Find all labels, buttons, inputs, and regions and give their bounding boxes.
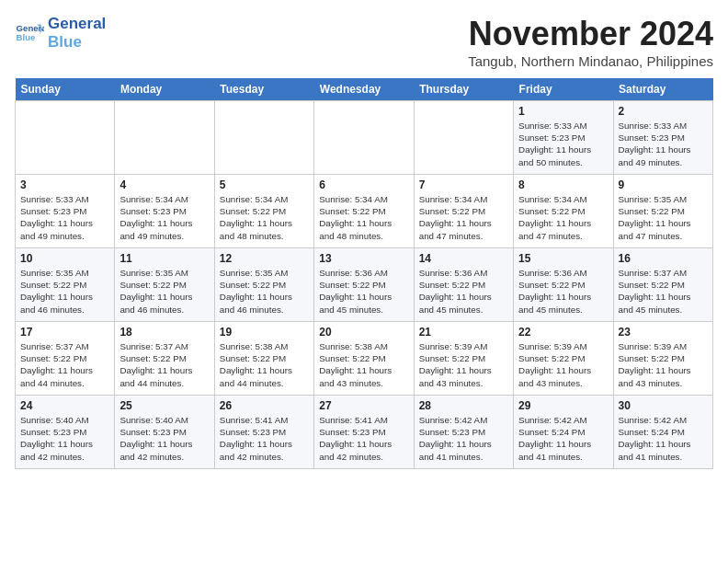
calendar-cell (214, 101, 313, 175)
cell-text: Sunrise: 5:39 AM Sunset: 5:22 PM Dayligh… (619, 340, 708, 389)
calendar-cell: 18Sunrise: 5:37 AM Sunset: 5:22 PM Dayli… (115, 322, 214, 396)
calendar-cell (414, 101, 513, 175)
cell-text: Sunrise: 5:42 AM Sunset: 5:24 PM Dayligh… (518, 414, 608, 463)
logo: General Blue General Blue (15, 15, 106, 51)
day-number: 8 (518, 178, 608, 191)
day-number: 4 (119, 178, 209, 191)
calendar-body: 1Sunrise: 5:33 AM Sunset: 5:23 PM Daylig… (16, 101, 713, 469)
calendar-cell: 5Sunrise: 5:34 AM Sunset: 5:22 PM Daylig… (214, 175, 313, 248)
calendar-cell (115, 101, 214, 175)
day-number: 16 (619, 252, 708, 265)
calendar-cell: 24Sunrise: 5:40 AM Sunset: 5:23 PM Dayli… (16, 396, 115, 469)
day-number: 20 (319, 326, 408, 339)
header-cell-friday: Friday (514, 78, 613, 101)
calendar-cell: 20Sunrise: 5:38 AM Sunset: 5:22 PM Dayli… (314, 322, 414, 396)
cell-text: Sunrise: 5:33 AM Sunset: 5:23 PM Dayligh… (20, 193, 109, 242)
svg-text:Blue: Blue (17, 32, 36, 42)
logo-line1: General (48, 15, 106, 32)
day-number: 14 (419, 252, 508, 265)
cell-text: Sunrise: 5:41 AM Sunset: 5:23 PM Dayligh… (319, 414, 408, 463)
cell-text: Sunrise: 5:35 AM Sunset: 5:22 PM Dayligh… (119, 267, 209, 316)
cell-text: Sunrise: 5:34 AM Sunset: 5:22 PM Dayligh… (419, 193, 508, 242)
header: General Blue General Blue November 2024 … (15, 15, 713, 69)
cell-text: Sunrise: 5:34 AM Sunset: 5:23 PM Dayligh… (119, 193, 209, 242)
header-cell-monday: Monday (115, 78, 214, 101)
calendar-cell: 16Sunrise: 5:37 AM Sunset: 5:22 PM Dayli… (613, 248, 712, 322)
calendar-cell: 10Sunrise: 5:35 AM Sunset: 5:22 PM Dayli… (16, 248, 115, 322)
header-row: SundayMondayTuesdayWednesdayThursdayFrid… (16, 78, 713, 101)
day-number: 29 (518, 399, 608, 412)
cell-text: Sunrise: 5:40 AM Sunset: 5:23 PM Dayligh… (20, 414, 109, 463)
day-number: 5 (220, 178, 309, 191)
day-number: 12 (220, 252, 309, 265)
calendar-cell: 12Sunrise: 5:35 AM Sunset: 5:22 PM Dayli… (214, 248, 313, 322)
calendar-cell: 29Sunrise: 5:42 AM Sunset: 5:24 PM Dayli… (514, 396, 613, 469)
cell-text: Sunrise: 5:42 AM Sunset: 5:23 PM Dayligh… (419, 414, 508, 463)
calendar-cell: 30Sunrise: 5:42 AM Sunset: 5:24 PM Dayli… (613, 396, 712, 469)
calendar-header: SundayMondayTuesdayWednesdayThursdayFrid… (16, 78, 713, 101)
day-number: 1 (518, 105, 608, 118)
header-cell-saturday: Saturday (613, 78, 712, 101)
cell-text: Sunrise: 5:36 AM Sunset: 5:22 PM Dayligh… (518, 267, 608, 316)
calendar-cell: 13Sunrise: 5:36 AM Sunset: 5:22 PM Dayli… (314, 248, 414, 322)
day-number: 3 (20, 178, 109, 191)
cell-text: Sunrise: 5:37 AM Sunset: 5:22 PM Dayligh… (119, 340, 209, 389)
calendar-cell: 1Sunrise: 5:33 AM Sunset: 5:23 PM Daylig… (514, 101, 613, 175)
calendar-cell: 23Sunrise: 5:39 AM Sunset: 5:22 PM Dayli… (613, 322, 712, 396)
calendar-cell: 27Sunrise: 5:41 AM Sunset: 5:23 PM Dayli… (314, 396, 414, 469)
cell-text: Sunrise: 5:37 AM Sunset: 5:22 PM Dayligh… (20, 340, 109, 389)
day-number: 18 (119, 326, 209, 339)
day-number: 7 (419, 178, 508, 191)
cell-text: Sunrise: 5:38 AM Sunset: 5:22 PM Dayligh… (319, 340, 408, 389)
cell-text: Sunrise: 5:34 AM Sunset: 5:22 PM Dayligh… (220, 193, 309, 242)
cell-text: Sunrise: 5:42 AM Sunset: 5:24 PM Dayligh… (619, 414, 708, 463)
day-number: 9 (619, 178, 708, 191)
cell-text: Sunrise: 5:35 AM Sunset: 5:22 PM Dayligh… (20, 267, 109, 316)
header-cell-thursday: Thursday (414, 78, 513, 101)
day-number: 23 (619, 326, 708, 339)
week-row-3: 17Sunrise: 5:37 AM Sunset: 5:22 PM Dayli… (16, 322, 713, 396)
calendar-cell: 15Sunrise: 5:36 AM Sunset: 5:22 PM Dayli… (514, 248, 613, 322)
cell-text: Sunrise: 5:33 AM Sunset: 5:23 PM Dayligh… (619, 120, 708, 168)
day-number: 19 (220, 326, 309, 339)
day-number: 25 (119, 399, 209, 412)
day-number: 21 (419, 326, 508, 339)
calendar-cell (314, 101, 414, 175)
cell-text: Sunrise: 5:34 AM Sunset: 5:22 PM Dayligh… (518, 193, 608, 242)
title-area: November 2024 Tangub, Northern Mindanao,… (468, 15, 713, 69)
calendar-cell: 25Sunrise: 5:40 AM Sunset: 5:23 PM Dayli… (115, 396, 214, 469)
logo-icon: General Blue (15, 18, 44, 48)
header-cell-tuesday: Tuesday (214, 78, 313, 101)
cell-text: Sunrise: 5:40 AM Sunset: 5:23 PM Dayligh… (119, 414, 209, 463)
calendar-cell: 21Sunrise: 5:39 AM Sunset: 5:22 PM Dayli… (414, 322, 513, 396)
week-row-2: 10Sunrise: 5:35 AM Sunset: 5:22 PM Dayli… (16, 248, 713, 322)
week-row-1: 3Sunrise: 5:33 AM Sunset: 5:23 PM Daylig… (16, 175, 713, 248)
calendar-cell: 9Sunrise: 5:35 AM Sunset: 5:22 PM Daylig… (613, 175, 712, 248)
calendar-cell: 11Sunrise: 5:35 AM Sunset: 5:22 PM Dayli… (115, 248, 214, 322)
cell-text: Sunrise: 5:37 AM Sunset: 5:22 PM Dayligh… (619, 267, 708, 316)
calendar-cell: 3Sunrise: 5:33 AM Sunset: 5:23 PM Daylig… (16, 175, 115, 248)
calendar-cell: 26Sunrise: 5:41 AM Sunset: 5:23 PM Dayli… (214, 396, 313, 469)
cell-text: Sunrise: 5:39 AM Sunset: 5:22 PM Dayligh… (518, 340, 608, 389)
calendar-cell: 14Sunrise: 5:36 AM Sunset: 5:22 PM Dayli… (414, 248, 513, 322)
calendar-cell: 6Sunrise: 5:34 AM Sunset: 5:22 PM Daylig… (314, 175, 414, 248)
month-title: November 2024 (468, 15, 713, 53)
calendar-cell: 2Sunrise: 5:33 AM Sunset: 5:23 PM Daylig… (613, 101, 712, 175)
calendar-cell: 8Sunrise: 5:34 AM Sunset: 5:22 PM Daylig… (514, 175, 613, 248)
header-cell-wednesday: Wednesday (314, 78, 414, 101)
day-number: 10 (20, 252, 109, 265)
location: Tangub, Northern Mindanao, Philippines (468, 53, 713, 69)
cell-text: Sunrise: 5:36 AM Sunset: 5:22 PM Dayligh… (319, 267, 408, 316)
cell-text: Sunrise: 5:41 AM Sunset: 5:23 PM Dayligh… (220, 414, 309, 463)
day-number: 13 (319, 252, 408, 265)
day-number: 30 (619, 399, 708, 412)
day-number: 17 (20, 326, 109, 339)
week-row-4: 24Sunrise: 5:40 AM Sunset: 5:23 PM Dayli… (16, 396, 713, 469)
day-number: 6 (319, 178, 408, 191)
day-number: 28 (419, 399, 508, 412)
header-cell-sunday: Sunday (16, 78, 115, 101)
calendar-cell (16, 101, 115, 175)
day-number: 26 (220, 399, 309, 412)
cell-text: Sunrise: 5:38 AM Sunset: 5:22 PM Dayligh… (220, 340, 309, 389)
cell-text: Sunrise: 5:33 AM Sunset: 5:23 PM Dayligh… (518, 120, 608, 168)
